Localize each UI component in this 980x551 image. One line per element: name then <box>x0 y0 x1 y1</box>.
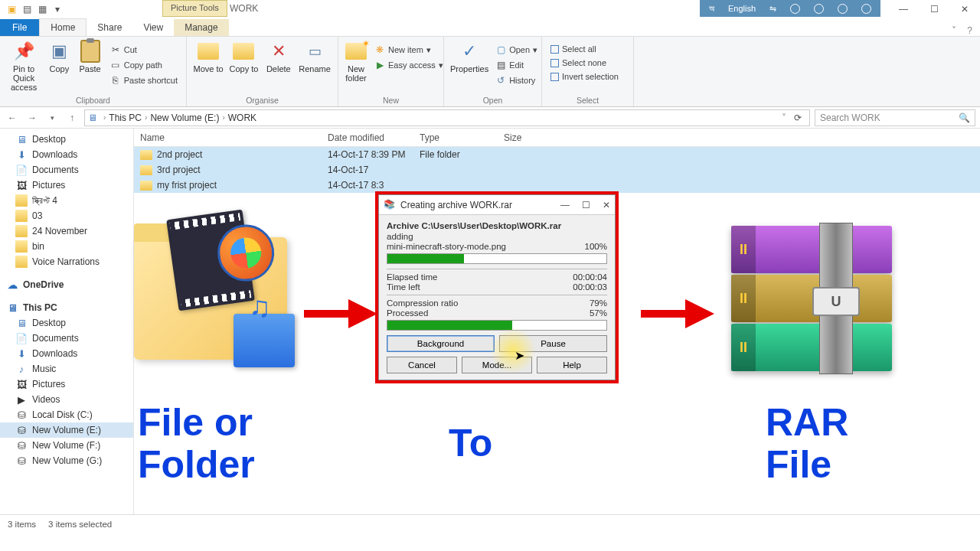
winrar-icon: 📚 <box>384 199 396 211</box>
paste-shortcut-button[interactable]: ⎘Paste shortcut <box>108 73 180 87</box>
tree-bin[interactable]: bin <box>0 239 133 254</box>
tree-vol-e[interactable]: ⛁New Volume (E:) <box>0 422 133 438</box>
file-row[interactable]: 3rd project 14-Oct-17 <box>134 162 980 178</box>
current-file: mini-minecraft-story-mode.png <box>387 242 506 251</box>
nav-tree: 🖥Desktop ⬇Downloads 📄Documents 🖼Pictures… <box>0 129 134 514</box>
elapsed-value: 00:00:04 <box>573 272 607 282</box>
folder-icon <box>15 240 28 253</box>
col-name[interactable]: Name <box>134 132 322 143</box>
maximize-button[interactable]: ☐ <box>919 0 949 18</box>
file-row[interactable]: 2nd project 14-Oct-17 8:39 PM File folde… <box>134 147 980 162</box>
invert-selection-button[interactable]: Invert selection <box>548 70 621 83</box>
tree-music[interactable]: ♪Music <box>0 361 133 377</box>
delete-button[interactable]: ✕ Delete <box>264 40 293 73</box>
tree-downloads2[interactable]: ⬇Downloads <box>0 346 133 361</box>
tree-local-c[interactable]: ⛁Local Disk (C:) <box>0 407 133 422</box>
refresh-button[interactable]: ⟳ <box>789 112 806 123</box>
tree-desktop[interactable]: 🖥Desktop <box>0 132 133 147</box>
easy-access-button[interactable]: ▶Easy access▾ <box>372 58 446 72</box>
copy-path-button[interactable]: ▭Copy path <box>108 58 180 72</box>
tree-videos[interactable]: ▶Videos <box>0 392 133 407</box>
desktop-icon: 🖥 <box>15 133 28 145</box>
paste-button[interactable]: Paste <box>77 40 103 73</box>
help-button[interactable]: Help <box>537 357 607 373</box>
new-item-button[interactable]: ❋New item▾ <box>372 43 446 57</box>
file-percent: 100% <box>585 242 607 251</box>
downloads-icon: ⬇ <box>15 148 28 161</box>
col-type[interactable]: Type <box>413 132 498 143</box>
tree-documents[interactable]: 📄Documents <box>0 162 133 178</box>
open-button[interactable]: ▢Open▾ <box>493 43 540 57</box>
new-folder-button[interactable]: New folder <box>345 40 368 83</box>
tree-03[interactable]: 03 <box>0 208 133 223</box>
cancel-button[interactable]: Cancel <box>387 357 457 373</box>
help-icon[interactable]: ? <box>967 25 972 36</box>
tree-pictures[interactable]: 🖼Pictures <box>0 178 133 193</box>
archive-path: Archive C:\Users\User\Desktop\WORK.rar <box>387 221 607 230</box>
folder-icon <box>15 194 28 207</box>
col-date[interactable]: Date modified <box>322 132 413 143</box>
copy-button[interactable]: ▣ Copy <box>46 40 72 73</box>
ribbon-collapse-icon[interactable]: ˅ <box>952 25 956 36</box>
history-button[interactable]: ↺History <box>493 73 540 87</box>
lang-english-label: English <box>728 4 756 13</box>
tree-this-pc[interactable]: 🖥This PC <box>0 300 133 315</box>
edit-button[interactable]: ▤Edit <box>493 58 540 72</box>
recent-button[interactable]: ▾ <box>44 110 60 126</box>
move-to-button[interactable]: Move to <box>193 40 224 73</box>
rename-button[interactable]: ▭ Rename <box>298 40 332 73</box>
lang-dot4-icon <box>861 4 871 14</box>
breadcrumb[interactable]: 🖥 › This PC › New Volume (E:) › WORK ˅⟳ <box>84 109 810 126</box>
tree-desktop2[interactable]: 🖥Desktop <box>0 315 133 331</box>
titlebar: ▣ ▤ ▦ ▾ Picture Tools WORK অ English ⇋ —… <box>0 0 980 18</box>
videos-icon: ▶ <box>15 393 28 406</box>
back-button[interactable]: ← <box>5 110 20 126</box>
search-input[interactable]: Search WORK 🔍 <box>815 109 975 126</box>
dlg-maximize-button[interactable]: ☐ <box>582 200 590 210</box>
music-icon: ♪ <box>15 363 28 375</box>
select-all-button[interactable]: Select all <box>548 43 621 55</box>
chevron-down-icon: ▾ <box>533 45 537 55</box>
downloads-icon: ⬇ <box>15 347 28 360</box>
qat-props-icon[interactable]: ▤ <box>21 4 32 15</box>
tab-home[interactable]: Home <box>39 18 87 36</box>
qat-new-icon[interactable]: ▦ <box>37 4 47 15</box>
file-row[interactable]: my frist project 14-Oct-17 8:3 <box>134 178 980 193</box>
folder-qat-icon[interactable]: ▣ <box>6 4 17 15</box>
background-button[interactable]: Background <box>387 335 495 352</box>
addr-chevron-icon[interactable]: ˅ <box>782 112 786 123</box>
ribbon: 📌 Pin to Quick access ▣ Copy Paste ✂Cut … <box>0 37 980 107</box>
timeleft-label: Time left <box>387 282 420 292</box>
tab-file[interactable]: File <box>0 19 39 36</box>
drive-icon: ⛁ <box>15 409 28 421</box>
language-bar[interactable]: অ English ⇋ <box>700 0 880 17</box>
close-button[interactable]: ✕ <box>949 0 980 18</box>
tab-view[interactable]: View <box>132 19 174 36</box>
cut-button[interactable]: ✂Cut <box>108 43 180 57</box>
tree-24nov[interactable]: 24 November <box>0 223 133 239</box>
col-size[interactable]: Size <box>498 132 559 143</box>
properties-button[interactable]: ✓ Properties <box>450 40 488 73</box>
select-none-button[interactable]: Select none <box>548 57 621 69</box>
dlg-close-button[interactable]: ✕ <box>603 200 610 210</box>
highlight-glow <box>490 328 536 373</box>
edit-icon: ▤ <box>495 60 506 70</box>
tree-onedrive[interactable]: ☁OneDrive <box>0 277 133 292</box>
tree-bangla[interactable]: স্ক্রিপ্ট 4 <box>0 193 133 208</box>
copy-to-button[interactable]: Copy to <box>228 40 259 73</box>
up-button[interactable]: ↑ <box>64 110 80 126</box>
tree-voice[interactable]: Voice Narrations <box>0 254 133 269</box>
organise-group-label: Organise <box>193 96 332 105</box>
forward-button[interactable]: → <box>24 110 40 126</box>
tab-manage[interactable]: Manage <box>174 19 228 36</box>
qat-chevron-icon[interactable]: ▾ <box>52 4 63 15</box>
tree-pictures2[interactable]: 🖼Pictures <box>0 377 133 392</box>
tree-vol-f[interactable]: ⛁New Volume (F:) <box>0 438 133 453</box>
minimize-button[interactable]: — <box>888 0 919 18</box>
pin-quick-access-button[interactable]: 📌 Pin to Quick access <box>6 40 41 92</box>
tree-documents2[interactable]: 📄Documents <box>0 331 133 346</box>
tab-share[interactable]: Share <box>87 19 132 36</box>
dlg-minimize-button[interactable]: — <box>560 200 570 210</box>
tree-downloads[interactable]: ⬇Downloads <box>0 147 133 162</box>
tree-vol-g[interactable]: ⛁New Volume (G:) <box>0 453 133 468</box>
